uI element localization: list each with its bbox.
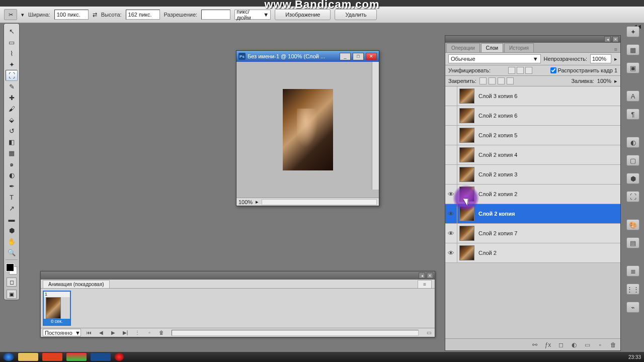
stamp-tool[interactable]: ⬙	[6, 114, 18, 125]
anim-scrollbar[interactable]	[172, 330, 419, 336]
brush-tool[interactable]: 🖌	[6, 103, 18, 114]
screenmode-toggle[interactable]: ▣	[7, 290, 17, 299]
blend-mode-select[interactable]: Обычные▼	[448, 54, 541, 63]
tab-history[interactable]: История	[504, 43, 534, 52]
layer-name[interactable]: Слой 2 копия	[476, 211, 515, 217]
layer-thumbnail[interactable]	[459, 167, 474, 182]
eyedropper-tool[interactable]: ✎	[6, 81, 18, 92]
layer-name[interactable]: Слой 2 копия 2	[476, 191, 517, 197]
document-titlebar[interactable]: Ps Без имени-1 @ 100% (Слой ... _ □ ✕	[236, 51, 379, 62]
blur-tool[interactable]: ๑	[6, 158, 18, 169]
path-tool[interactable]: ↗	[6, 203, 18, 214]
start-button[interactable]	[3, 353, 14, 361]
dock-swatches-icon[interactable]: ▤	[626, 237, 639, 248]
dock-channels-icon[interactable]: ⋮⋮	[626, 284, 639, 295]
dock-heal-icon[interactable]: ◐	[626, 137, 639, 148]
doc-info-icon[interactable]: ▸	[256, 199, 259, 205]
timeline-toggle-button[interactable]: ▭	[425, 329, 433, 336]
layer-row[interactable]: Слой 2 копия 3	[445, 165, 620, 185]
frame-delay[interactable]: 0 сек.	[44, 319, 70, 325]
horizontal-scrollbar[interactable]	[262, 199, 377, 205]
clock[interactable]: 23:33	[628, 354, 641, 360]
maximize-button[interactable]: □	[353, 53, 364, 60]
layer-row[interactable]: 👁Слой 2 копия	[445, 204, 620, 224]
dock-3d-icon[interactable]: ⬢	[626, 173, 639, 184]
dock-clone-icon[interactable]: ▦	[626, 44, 639, 55]
layer-name[interactable]: Слой 2	[476, 250, 497, 256]
dock-paths-icon[interactable]: ⌁	[626, 302, 639, 313]
document-canvas[interactable]	[236, 62, 379, 198]
first-frame-button[interactable]: ⏮	[85, 329, 93, 336]
visibility-toggle[interactable]	[445, 106, 457, 125]
zoom-tool[interactable]: 🔍	[6, 247, 18, 258]
layer-thumbnail[interactable]	[459, 88, 474, 104]
animation-tab[interactable]: Анимация (покадровая)	[43, 280, 110, 288]
heal-tool[interactable]: ✚	[6, 92, 18, 103]
panel-menu-icon[interactable]: ≡	[418, 280, 432, 288]
adjustment-icon[interactable]: ◐	[570, 341, 578, 348]
animation-frame-1[interactable]: 1 0 сек.	[43, 291, 71, 326]
layer-thumbnail[interactable]	[459, 147, 474, 162]
new-frame-button[interactable]: ▫	[145, 329, 153, 336]
layer-thumbnail[interactable]	[459, 108, 474, 123]
pen-tool[interactable]: ✒	[6, 180, 18, 192]
layer-name[interactable]: Слой 2 копия 6	[476, 113, 517, 119]
layer-thumbnail[interactable]	[459, 128, 474, 143]
layer-thumbnail[interactable]	[459, 187, 474, 202]
tween-button[interactable]: ⋮	[133, 329, 141, 336]
gradient-tool[interactable]: ▦	[6, 147, 18, 158]
mask-icon[interactable]: ◻	[557, 341, 565, 348]
color-swatches[interactable]	[6, 263, 17, 275]
dock-cam-icon[interactable]: ▢	[626, 155, 639, 166]
propagate-checkbox[interactable]	[550, 67, 556, 73]
lasso-tool[interactable]: ⌇	[6, 48, 18, 59]
layer-thumbnail[interactable]	[459, 245, 474, 260]
layer-row[interactable]: Слой 2 копия 6	[445, 106, 620, 126]
layer-thumbnail[interactable]	[459, 206, 474, 221]
layers-menu-icon[interactable]: ≡	[614, 46, 617, 52]
dock-layers-icon[interactable]: ≣	[626, 265, 639, 277]
layer-row[interactable]: Слой 2 копия 4	[445, 145, 620, 165]
dodge-tool[interactable]: ◐	[6, 169, 18, 180]
move-tool[interactable]: ↖	[6, 26, 18, 37]
width-input[interactable]	[54, 10, 89, 20]
eraser-tool[interactable]: ◧	[6, 136, 18, 147]
layer-row[interactable]: Слой 2 копия 5	[445, 126, 620, 145]
opacity-input[interactable]: 100%	[590, 54, 611, 63]
layer-name[interactable]: Слой 2 копия 4	[476, 152, 517, 158]
fill-input[interactable]: 100%	[597, 78, 611, 84]
quickmask-toggle[interactable]: ◻	[7, 278, 17, 287]
visibility-toggle[interactable]	[445, 126, 457, 145]
shape-tool[interactable]: ▬	[6, 214, 18, 225]
tab-layers[interactable]: Слои	[481, 43, 503, 52]
dock-char-icon[interactable]: A	[626, 90, 639, 102]
3d-tool[interactable]: ⬢	[6, 225, 18, 236]
dock-para-icon[interactable]: ¶	[626, 109, 639, 120]
tab-actions[interactable]: Операции	[446, 43, 480, 52]
layer-name[interactable]: Слой 2 копия 5	[476, 132, 517, 138]
layers-close-icon[interactable]: ✕	[612, 36, 619, 42]
layer-thumbnail[interactable]	[459, 226, 474, 241]
prev-frame-button[interactable]: ◀	[97, 329, 105, 336]
visibility-toggle[interactable]: 👁	[445, 243, 457, 262]
delete-frame-button[interactable]: 🗑	[157, 329, 166, 336]
marquee-tool[interactable]: ▭	[6, 37, 18, 48]
dock-brush-icon[interactable]: ✦	[626, 26, 639, 37]
new-layer-icon[interactable]: ▫	[596, 341, 604, 348]
unify-vis-icon[interactable]	[517, 67, 524, 74]
fx-icon[interactable]: ƒx	[544, 341, 552, 348]
wand-tool[interactable]: ✦	[6, 59, 18, 70]
tool-preset-icon[interactable]: ✂	[4, 9, 17, 20]
lock-pixel-icon[interactable]	[489, 77, 496, 84]
crop-tool[interactable]: ⛶	[6, 70, 18, 81]
taskbar-chrome[interactable]	[66, 353, 87, 361]
layer-row[interactable]: 👁Слой 2 копия 7	[445, 224, 620, 243]
lock-all-icon[interactable]	[507, 77, 514, 84]
layer-name[interactable]: Слой 2 копия 3	[476, 171, 517, 177]
layers-collapse-icon[interactable]: ◂	[604, 36, 611, 42]
visibility-toggle[interactable]	[445, 86, 457, 106]
taskbar-record[interactable]	[115, 353, 124, 361]
dock-color-icon[interactable]: 🎨	[626, 219, 639, 230]
dock-nav-icon[interactable]: ▣	[626, 62, 639, 73]
visibility-toggle[interactable]: 👁	[445, 185, 457, 204]
